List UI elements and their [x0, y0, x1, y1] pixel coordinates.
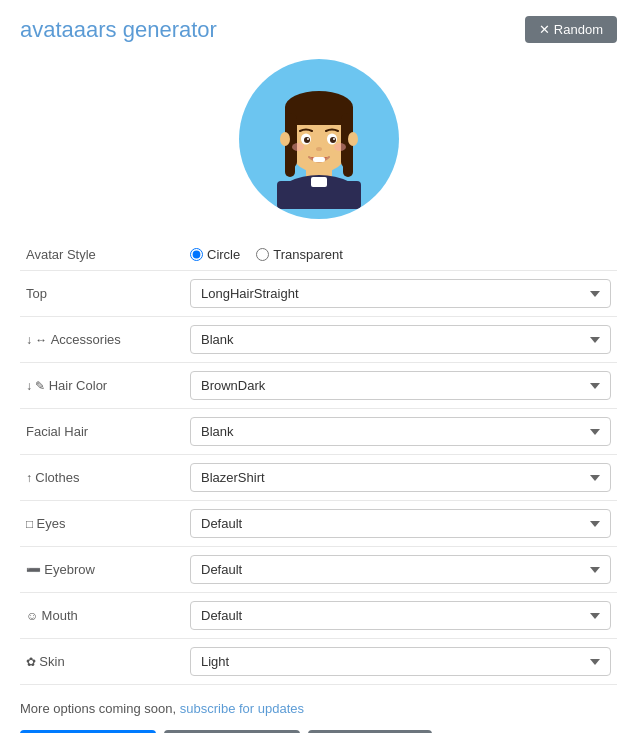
eyebrow-select[interactable]: Angry AngryNatural Default DefaultNatura…: [190, 555, 611, 584]
svg-point-13: [304, 137, 310, 143]
footer-note: More options coming soon, subscribe for …: [20, 701, 617, 716]
clothes-icon: ↑: [26, 471, 35, 485]
hair-color-row: ↓ ✎ Hair Color Auburn Black Blonde Blond…: [20, 363, 617, 409]
app-title: avataaars generator: [20, 17, 217, 43]
facial-hair-label: Facial Hair: [20, 409, 180, 455]
avatar-circle: [239, 59, 399, 219]
svg-point-21: [280, 132, 290, 146]
accessories-icon: ↓ ↔: [26, 333, 51, 347]
eyebrow-row: ➖ Eyebrow Angry AngryNatural Default Def…: [20, 547, 617, 593]
mouth-select[interactable]: Concerned Default Disbelief Eating Grima…: [190, 601, 611, 630]
subscribe-link[interactable]: subscribe for updates: [180, 701, 304, 716]
options-form: Avatar Style Circle Transparent Top: [20, 239, 617, 685]
svg-point-20: [334, 143, 346, 151]
eyes-select[interactable]: Close Cry Default Dizzy EyeRoll Happy He…: [190, 509, 611, 538]
avatar-illustration: [254, 69, 384, 209]
circle-radio[interactable]: [190, 248, 203, 261]
accessories-row: ↓ ↔ Accessories Blank Kurt Prescription0…: [20, 317, 617, 363]
facial-hair-select[interactable]: Blank BeardLight BeardMagestic BeardMedi…: [190, 417, 611, 446]
eyebrow-icon: ➖: [26, 563, 44, 577]
top-select[interactable]: LongHairStraight LongHairBob ShortHairDr…: [190, 279, 611, 308]
random-button[interactable]: ✕ Random: [525, 16, 617, 43]
accessories-label: ↓ ↔ Accessories: [20, 317, 180, 363]
skin-select[interactable]: Tanned Yellow Pale Light Brown DarkBrown…: [190, 647, 611, 676]
svg-point-17: [316, 147, 322, 151]
circle-label: Circle: [207, 247, 240, 262]
top-row: Top LongHairStraight LongHairBob ShortHa…: [20, 271, 617, 317]
skin-row: ✿ Skin Tanned Yellow Pale Light Brown Da…: [20, 639, 617, 685]
svg-point-22: [348, 132, 358, 146]
svg-point-16: [333, 138, 335, 140]
transparent-radio-label[interactable]: Transparent: [256, 247, 343, 262]
eyes-icon: □: [26, 517, 37, 531]
svg-point-19: [292, 143, 304, 151]
circle-radio-label[interactable]: Circle: [190, 247, 240, 262]
mouth-row: ☺ Mouth Concerned Default Disbelief Eati…: [20, 593, 617, 639]
avatar-style-options: Circle Transparent: [190, 247, 611, 262]
avatar-style-label: Avatar Style: [20, 239, 180, 271]
transparent-radio[interactable]: [256, 248, 269, 261]
facial-hair-row: Facial Hair Blank BeardLight BeardMagest…: [20, 409, 617, 455]
svg-point-14: [330, 137, 336, 143]
hair-color-icon: ↓ ✎: [26, 379, 49, 393]
skin-icon: ✿: [26, 655, 39, 669]
transparent-label: Transparent: [273, 247, 343, 262]
hair-color-label: ↓ ✎ Hair Color: [20, 363, 180, 409]
clothes-label: ↑ Clothes: [20, 455, 180, 501]
eyebrow-label: ➖ Eyebrow: [20, 547, 180, 593]
skin-label: ✿ Skin: [20, 639, 180, 685]
mouth-label: ☺ Mouth: [20, 593, 180, 639]
eyes-row: □ Eyes Close Cry Default Dizzy EyeRoll H…: [20, 501, 617, 547]
header: avataaars generator ✕ Random: [20, 16, 617, 43]
top-label: Top: [20, 271, 180, 317]
svg-rect-3: [311, 177, 327, 187]
avatar-preview-area: [20, 59, 617, 219]
clothes-select[interactable]: BlazerShirt BlazerSweater CollarSweater …: [190, 463, 611, 492]
avatar-style-row: Avatar Style Circle Transparent: [20, 239, 617, 271]
footer-note-text: More options coming soon,: [20, 701, 176, 716]
eyes-label: □ Eyes: [20, 501, 180, 547]
accessories-select[interactable]: Blank Kurt Prescription01 Prescription02…: [190, 325, 611, 354]
clothes-row: ↑ Clothes BlazerShirt BlazerSweater Coll…: [20, 455, 617, 501]
hair-color-select[interactable]: Auburn Black Blonde BlondeGolden Brown B…: [190, 371, 611, 400]
svg-rect-18: [313, 157, 325, 162]
svg-point-15: [307, 138, 309, 140]
mouth-icon: ☺: [26, 609, 42, 623]
